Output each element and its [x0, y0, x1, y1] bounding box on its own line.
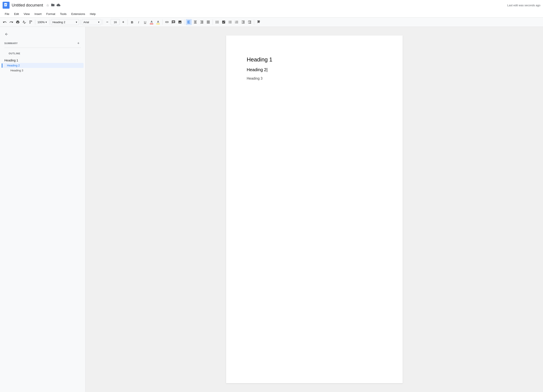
toolbar-sep-3	[80, 19, 80, 25]
svg-rect-4	[5, 4, 6, 4]
summary-header: SUMMARY +	[4, 41, 81, 46]
text-format-group: B I U	[129, 19, 148, 25]
toolbar-history-group	[2, 19, 34, 25]
menu-edit[interactable]: Edit	[12, 11, 21, 17]
italic-button[interactable]: I	[136, 19, 141, 25]
link-button[interactable]	[164, 19, 170, 25]
last-edit-status: Last edit was seconds ago	[507, 4, 540, 7]
toolbar-sep-8	[213, 19, 213, 25]
align-right-button[interactable]	[199, 19, 205, 25]
toolbar-sep-1	[35, 19, 35, 25]
summary-section: SUMMARY + OUTLINE	[0, 39, 85, 58]
menu-insert[interactable]: Insert	[32, 11, 44, 17]
folder-icon[interactable]	[51, 3, 55, 8]
text-color-indicator	[150, 24, 153, 24]
style-dropdown[interactable]: Heading 2 ▼	[51, 19, 79, 25]
main-layout: SUMMARY + OUTLINE Heading 1 Heading 2 He…	[0, 27, 543, 392]
document-heading-2[interactable]: Heading 2	[247, 67, 382, 72]
menu-help[interactable]: Help	[88, 11, 98, 17]
active-indicator	[2, 63, 2, 68]
font-size-increase-button[interactable]: +	[120, 19, 126, 25]
toolbar-zoom-group: 100% ▼	[37, 19, 48, 25]
spell-check-button[interactable]	[21, 19, 27, 25]
insert-group	[164, 19, 183, 25]
increase-indent-button[interactable]	[247, 19, 253, 25]
document-heading-3[interactable]: Heading 3	[247, 77, 382, 80]
alignment-group	[186, 19, 211, 25]
decrease-indent-button[interactable]	[240, 19, 246, 25]
sidebar-divider	[4, 48, 81, 48]
title-bar: Untitled document ☆ Last edit was second…	[0, 0, 543, 10]
star-icon[interactable]: ☆	[46, 3, 49, 7]
underline-button[interactable]: U	[142, 19, 148, 25]
menu-file[interactable]: File	[3, 11, 11, 17]
sidebar-header	[0, 29, 85, 39]
outline-item-h3[interactable]: Heading 3	[2, 68, 84, 73]
title-icon-group: ☆	[46, 3, 60, 8]
image-button[interactable]	[177, 19, 183, 25]
toolbar-sep-2	[49, 19, 50, 25]
menu-format[interactable]: Format	[44, 11, 57, 17]
clear-formatting-button[interactable]	[255, 19, 261, 25]
menu-tools[interactable]: Tools	[58, 11, 69, 17]
paint-format-button[interactable]	[28, 19, 34, 25]
align-justify-button[interactable]	[205, 19, 211, 25]
sidebar: SUMMARY + OUTLINE Heading 1 Heading 2 He…	[0, 27, 85, 392]
numbered-list-button[interactable]	[234, 19, 240, 25]
toolbar-sep-9	[254, 19, 254, 25]
bold-button[interactable]: B	[129, 19, 135, 25]
summary-label: SUMMARY	[4, 42, 18, 44]
add-summary-button[interactable]: +	[76, 41, 81, 46]
outline-item-h1[interactable]: Heading 1	[2, 58, 84, 63]
toolbar-sep-4	[103, 19, 103, 25]
font-size-display[interactable]: 16	[111, 19, 120, 25]
app-icon	[3, 2, 10, 9]
redo-button[interactable]	[8, 19, 14, 25]
zoom-dropdown[interactable]: 100% ▼	[37, 19, 48, 25]
svg-rect-6	[5, 5, 6, 6]
font-size-group: − 16 +	[104, 19, 126, 25]
highlight-button[interactable]: A	[155, 19, 161, 25]
menu-view[interactable]: View	[22, 11, 32, 17]
document-page[interactable]: Heading 1 Heading 2 Heading 3	[226, 35, 403, 383]
toolbar-sep-5	[128, 19, 128, 25]
undo-button[interactable]	[2, 19, 8, 25]
svg-rect-5	[5, 5, 6, 5]
align-center-button[interactable]	[192, 19, 198, 25]
outline-item-h2[interactable]: Heading 2	[2, 63, 84, 68]
menu-bar: File Edit View Insert Format Tools Exten…	[0, 10, 543, 17]
document-heading-1[interactable]: Heading 1	[247, 56, 382, 63]
svg-rect-1	[4, 3, 7, 6]
back-button[interactable]	[3, 31, 10, 37]
checklist-button[interactable]	[221, 19, 227, 25]
text-color-button[interactable]: A	[148, 19, 155, 25]
toolbar-sep-6	[162, 19, 163, 25]
font-dropdown[interactable]: Arial ▼	[82, 19, 101, 25]
outline-item-h2-row: Heading 2	[2, 63, 84, 68]
outline-label: OUTLINE	[4, 52, 25, 55]
document-title[interactable]: Untitled document	[12, 3, 43, 8]
document-area[interactable]: Heading 1 Heading 2 Heading 3	[85, 27, 543, 392]
font-size-decrease-button[interactable]: −	[104, 19, 110, 25]
line-spacing-button[interactable]	[214, 19, 220, 25]
toolbar: 100% ▼ Heading 2 ▼ Arial ▼ − 16 + B I U …	[0, 17, 543, 27]
highlight-color-indicator	[156, 24, 160, 24]
cloud-icon[interactable]	[57, 3, 60, 8]
menu-extensions[interactable]: Extensions	[69, 11, 87, 17]
bullet-list-button[interactable]	[227, 19, 233, 25]
align-left-button[interactable]	[186, 19, 192, 25]
print-button[interactable]	[15, 19, 21, 25]
list-format-group	[214, 19, 253, 25]
comment-button[interactable]	[170, 19, 176, 25]
outline-items: Heading 1 Heading 2 Heading 3	[0, 58, 85, 73]
